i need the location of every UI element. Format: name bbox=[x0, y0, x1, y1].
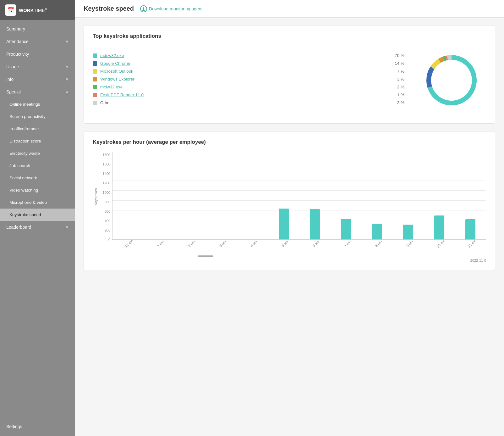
sidebar-item-distraction-score[interactable]: Distraction score bbox=[0, 135, 75, 147]
donut-chart bbox=[417, 46, 486, 116]
chevron-down-icon bbox=[66, 77, 68, 81]
main-header: Keystroke speed ⬇ Download monitoring ag… bbox=[75, 0, 504, 18]
sidebar-item-info[interactable]: Info bbox=[0, 73, 75, 86]
legend-color-box bbox=[93, 61, 97, 66]
sidebar-item-usage[interactable]: Usage bbox=[0, 60, 75, 73]
x-label: 12 am bbox=[112, 240, 143, 255]
x-axis-labels: 12 am1 am2 am3 am4 am5 am6 am7 am8 am9 a… bbox=[112, 240, 486, 255]
bar bbox=[279, 209, 289, 239]
legend-pct: 1 % bbox=[392, 92, 404, 97]
y-tick: 1000 bbox=[99, 191, 112, 194]
bar-column bbox=[362, 224, 393, 239]
x-label: 1 am bbox=[143, 240, 174, 255]
legend-item: Microsoft Outlook7 % bbox=[93, 69, 404, 74]
donut-section: mdsw32.exe70 %Google Chrome14 %Microsoft… bbox=[93, 46, 486, 116]
x-label: 9 am bbox=[393, 240, 424, 255]
legend-label[interactable]: Microsoft Outlook bbox=[100, 69, 392, 74]
y-tick: 400 bbox=[99, 219, 112, 223]
bar-column bbox=[455, 219, 486, 239]
download-monitoring-agent-link[interactable]: ⬇ Download monitoring agent bbox=[140, 5, 202, 12]
y-tick: 1600 bbox=[99, 162, 112, 166]
logo-work: WORKTIME® bbox=[19, 8, 47, 13]
legend-color-box bbox=[93, 93, 97, 97]
bar bbox=[403, 225, 413, 239]
bar-column bbox=[299, 209, 330, 239]
bars-wrapper: 12 am1 am2 am3 am4 am5 am6 am7 am8 am9 a… bbox=[112, 152, 486, 257]
logo-area: 📅 WORKTIME® bbox=[0, 0, 75, 20]
sidebar-item-attendance[interactable]: Attendance bbox=[0, 35, 75, 48]
bars-area bbox=[112, 152, 486, 240]
sidebar-item-leaderboard[interactable]: Leaderboard bbox=[0, 221, 75, 233]
sidebar-item-job-search[interactable]: Job search bbox=[0, 159, 75, 172]
chevron-down-icon bbox=[66, 64, 68, 69]
sidebar-item-screen-productivity[interactable]: Screen productivity bbox=[0, 110, 75, 123]
legend-item: Google Chrome14 % bbox=[93, 61, 404, 66]
x-label: 2 am bbox=[174, 240, 205, 255]
chart-layout: Keystrokes 18001600140012001000800600400… bbox=[93, 152, 486, 257]
y-axis-ticks: 180016001400120010008006004002000 bbox=[99, 152, 112, 257]
bar bbox=[372, 224, 382, 239]
bar-chart-title: Keystrokes per hour (average per employe… bbox=[93, 139, 486, 145]
bar bbox=[434, 215, 444, 239]
bar bbox=[465, 219, 475, 239]
logo-text: WORKTIME® bbox=[19, 8, 47, 13]
y-tick: 800 bbox=[99, 200, 112, 204]
page-title: Keystroke speed bbox=[84, 5, 134, 12]
legend-color-box bbox=[93, 85, 97, 89]
legend-color-box bbox=[93, 101, 97, 105]
bar-column bbox=[268, 209, 299, 239]
x-label: 5 am bbox=[268, 240, 299, 255]
legend-color-box bbox=[93, 53, 97, 58]
sidebar-item-microphone-video[interactable]: Microphone & video bbox=[0, 196, 75, 209]
bar-chart-scroll[interactable]: 12 am1 am2 am3 am4 am5 am6 am7 am8 am9 a… bbox=[112, 152, 486, 257]
y-axis-label-container: Keystrokes bbox=[93, 152, 99, 257]
sidebar-item-in-office-remote[interactable]: In-office/remote bbox=[0, 123, 75, 135]
sidebar-item-social-network[interactable]: Social network bbox=[0, 172, 75, 184]
x-label: 4 am bbox=[237, 240, 268, 255]
sidebar-item-electricity-waste[interactable]: Electricity waste bbox=[0, 147, 75, 159]
legend-label[interactable]: mdsw32.exe bbox=[100, 53, 392, 58]
legend-item: Other3 % bbox=[93, 100, 404, 105]
legend-pct: 2 % bbox=[392, 85, 404, 89]
legend-label[interactable]: Windows Explorer bbox=[100, 77, 392, 81]
x-label: 7 am bbox=[330, 240, 361, 255]
legend-item: Foxit PDF Reader 11.01 % bbox=[93, 92, 404, 97]
top-apps-title: Top keystroke applications bbox=[93, 33, 486, 39]
sidebar-nav: Summary Attendance Productivity Usage In… bbox=[0, 20, 75, 417]
legend-label[interactable]: Google Chrome bbox=[100, 61, 392, 66]
sidebar-item-video-watching[interactable]: Video watching bbox=[0, 184, 75, 196]
y-tick: 0 bbox=[99, 238, 112, 242]
x-label: 10 am bbox=[424, 240, 455, 255]
bar-column bbox=[393, 225, 424, 239]
chevron-down-icon bbox=[66, 39, 68, 44]
bar-column bbox=[424, 215, 455, 239]
y-tick: 1200 bbox=[99, 181, 112, 185]
chevron-up-icon bbox=[66, 90, 68, 94]
main-scrollable: Top keystroke applications mdsw32.exe70 … bbox=[75, 18, 504, 285]
x-label: 8 am bbox=[361, 240, 392, 255]
sidebar-item-settings[interactable]: Settings bbox=[6, 422, 68, 432]
scrollbar-thumb bbox=[198, 255, 213, 257]
sidebar-item-summary[interactable]: Summary bbox=[0, 23, 75, 35]
legend-item: mclw32.exe2 % bbox=[93, 85, 404, 89]
legend-pct: 7 % bbox=[392, 69, 404, 74]
chart-date: 2022-11-0 bbox=[93, 259, 486, 262]
sidebar-item-keystroke-speed[interactable]: Keystroke speed bbox=[0, 209, 75, 221]
legend-pct: 70 % bbox=[392, 53, 404, 58]
sidebar-item-special[interactable]: Special bbox=[0, 86, 75, 98]
download-icon: ⬇ bbox=[140, 5, 147, 12]
sidebar-bottom: Settings bbox=[0, 417, 75, 436]
x-label: 6 am bbox=[299, 240, 330, 255]
legend-color-box bbox=[93, 69, 97, 74]
bar bbox=[310, 209, 320, 239]
legend-item: Windows Explorer3 % bbox=[93, 77, 404, 81]
sidebar-item-productivity[interactable]: Productivity bbox=[0, 48, 75, 60]
legend-label[interactable]: mclw32.exe bbox=[100, 85, 392, 89]
legend-pct: 14 % bbox=[392, 61, 404, 66]
sidebar-item-online-meetings[interactable]: Online meetings bbox=[0, 98, 75, 110]
bar bbox=[341, 219, 351, 239]
svg-point-8 bbox=[436, 64, 467, 96]
legend-color-box bbox=[93, 77, 97, 81]
legend-label: Other bbox=[100, 100, 392, 105]
legend-label[interactable]: Foxit PDF Reader 11.0 bbox=[100, 92, 392, 97]
